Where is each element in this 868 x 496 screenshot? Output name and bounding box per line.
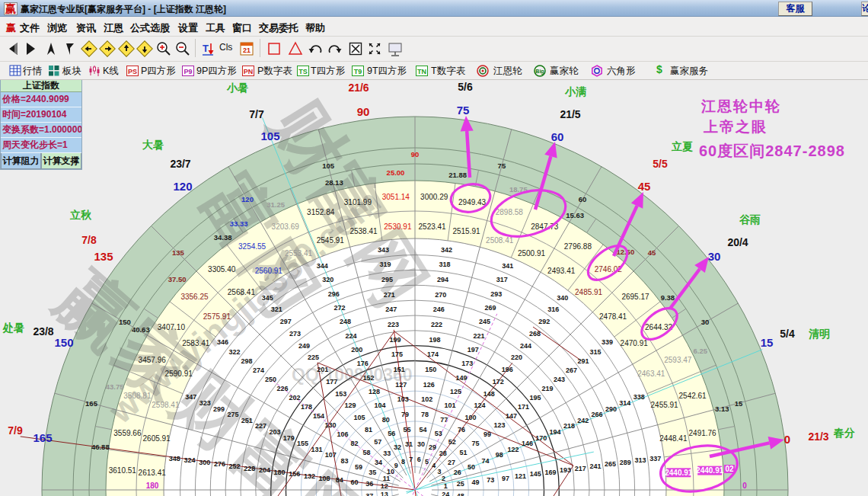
svg-text:242: 242	[577, 417, 589, 424]
svg-text:129: 129	[344, 402, 356, 409]
svg-text:36: 36	[365, 480, 373, 488]
svg-text:124: 124	[474, 402, 486, 409]
svg-text:223: 223	[388, 321, 399, 328]
svg-text:23/8: 23/8	[33, 325, 53, 338]
svg-text:58: 58	[362, 449, 370, 456]
svg-text:43.75: 43.75	[106, 382, 124, 391]
svg-text:103: 103	[397, 395, 409, 403]
svg-text:199: 199	[389, 336, 400, 344]
svg-text:196: 196	[502, 366, 513, 373]
svg-text:51: 51	[460, 449, 468, 456]
svg-text:6: 6	[417, 456, 421, 463]
svg-text:295: 295	[381, 276, 393, 283]
svg-text:56: 56	[388, 430, 395, 437]
svg-text:225: 225	[308, 354, 319, 361]
svg-text:5: 5	[425, 458, 429, 466]
svg-text:151: 151	[394, 366, 405, 373]
svg-text:150: 150	[54, 336, 73, 349]
svg-text:2542.61: 2542.61	[679, 392, 707, 400]
svg-text:3254.55: 3254.55	[238, 242, 266, 251]
svg-text:227: 227	[255, 422, 266, 430]
svg-text:81: 81	[365, 426, 372, 434]
svg-text:3.13: 3.13	[715, 405, 729, 413]
svg-text:248: 248	[340, 318, 351, 325]
svg-text:32: 32	[394, 443, 401, 451]
svg-text:2560.91: 2560.91	[255, 267, 283, 275]
svg-text:春分: 春分	[833, 427, 855, 439]
svg-text:131: 131	[311, 446, 322, 453]
svg-text:347: 347	[185, 393, 196, 401]
svg-text:52: 52	[448, 438, 456, 446]
svg-text:203: 203	[269, 428, 280, 436]
svg-text:立夏: 立夏	[671, 140, 693, 152]
svg-text:217: 217	[575, 465, 586, 472]
svg-text:195: 195	[530, 394, 541, 402]
svg-text:7/8: 7/8	[81, 234, 97, 246]
svg-text:122: 122	[508, 446, 519, 453]
svg-text:108: 108	[319, 475, 330, 482]
svg-text:7: 7	[409, 456, 413, 463]
svg-text:222: 222	[431, 321, 442, 328]
svg-text:120: 120	[241, 195, 254, 203]
svg-text:128: 128	[369, 388, 380, 395]
svg-text:343: 343	[378, 246, 389, 254]
svg-text:179: 179	[283, 434, 295, 442]
svg-text:2440.91: 2440.91	[665, 469, 693, 477]
svg-text:105: 105	[322, 162, 335, 170]
svg-text:273: 273	[289, 330, 301, 338]
svg-text:21/3: 21/3	[808, 430, 828, 443]
svg-text:165: 165	[85, 399, 98, 408]
svg-text:P9: P9	[183, 68, 192, 75]
svg-text:341: 341	[502, 262, 513, 270]
svg-text:75: 75	[457, 104, 470, 117]
svg-text:293: 293	[490, 290, 502, 298]
svg-text:3152.84: 3152.84	[307, 208, 335, 216]
svg-text:130: 130	[325, 421, 337, 429]
svg-text:320: 320	[322, 276, 333, 283]
svg-text:270: 270	[435, 291, 446, 299]
svg-text:84: 84	[336, 476, 343, 484]
svg-text:202: 202	[289, 394, 300, 402]
svg-text:2523.41: 2523.41	[419, 222, 447, 231]
svg-text:T9: T9	[354, 68, 362, 75]
svg-text:25.00: 25.00	[387, 168, 405, 177]
svg-text:TN: TN	[417, 68, 426, 75]
svg-text:21/5: 21/5	[560, 108, 580, 120]
svg-text:60: 60	[579, 195, 587, 203]
svg-text:2493.41: 2493.41	[547, 267, 576, 275]
svg-text:318: 318	[439, 261, 450, 268]
svg-text:300: 300	[199, 459, 210, 466]
svg-text:294: 294	[437, 276, 448, 283]
svg-text:171: 171	[518, 403, 529, 411]
svg-text:147: 147	[506, 412, 517, 420]
svg-text:265: 265	[605, 460, 616, 468]
svg-text:135: 135	[172, 248, 185, 257]
svg-text:26: 26	[454, 469, 461, 476]
svg-text:13: 13	[381, 491, 388, 496]
svg-text:0: 0	[742, 482, 747, 490]
svg-text:73: 73	[487, 476, 494, 484]
svg-text:小满: 小满	[564, 85, 586, 98]
svg-text:74: 74	[481, 457, 489, 465]
svg-text:299: 299	[213, 405, 225, 413]
svg-text:5/5: 5/5	[653, 158, 668, 170]
svg-text:60: 60	[551, 130, 564, 143]
svg-text:2455.91: 2455.91	[651, 401, 679, 409]
svg-text:30: 30	[701, 318, 710, 326]
svg-text:268: 268	[529, 330, 541, 338]
svg-text:105: 105	[353, 414, 365, 421]
svg-text:30: 30	[417, 440, 425, 448]
svg-text:123: 123	[493, 421, 505, 429]
svg-text:246: 246	[433, 306, 445, 313]
svg-text:104: 104	[375, 402, 386, 409]
svg-text:175: 175	[391, 350, 403, 358]
svg-text:98: 98	[496, 451, 503, 459]
svg-text:9.38: 9.38	[661, 293, 675, 302]
svg-text:31.25: 31.25	[266, 200, 285, 209]
svg-text:322: 322	[229, 348, 241, 356]
svg-text:2470.91: 2470.91	[621, 339, 649, 347]
svg-text:3051.14: 3051.14	[382, 193, 410, 201]
svg-text:46.88: 46.88	[91, 443, 110, 451]
svg-text:3407.10: 3407.10	[158, 323, 186, 331]
svg-text:348: 348	[169, 455, 180, 462]
